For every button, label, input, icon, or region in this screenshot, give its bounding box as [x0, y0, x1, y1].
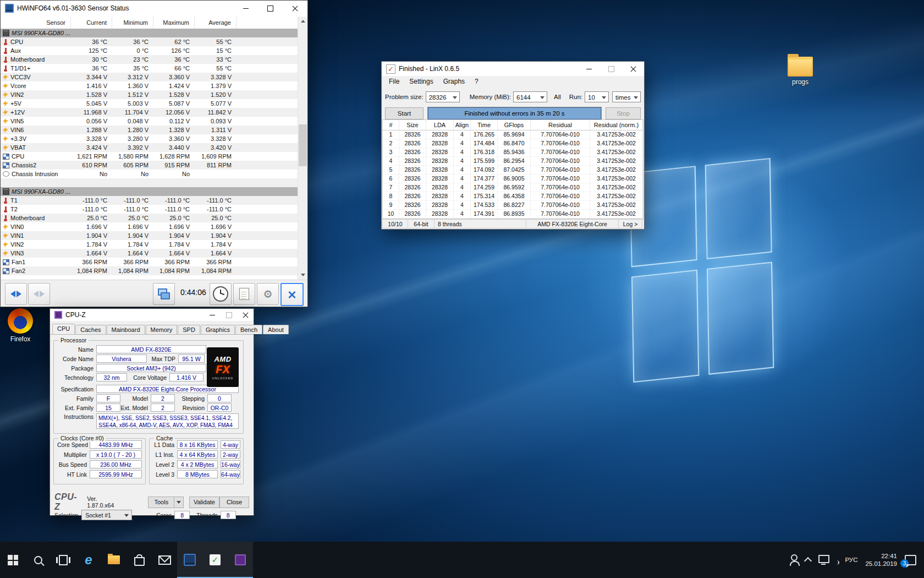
sensor-row[interactable]: Chassis Intrusion No No No	[1, 170, 298, 178]
run-unit-select[interactable]: times	[612, 91, 641, 102]
tab[interactable]: Caches	[75, 325, 106, 334]
sensor-row[interactable]: +12V 11.968 V 11.704 V 12.056 V 11.842 V	[1, 108, 298, 117]
search-button[interactable]	[25, 542, 51, 578]
run-count-select[interactable]: 10	[585, 91, 609, 102]
maximize-button[interactable]	[258, 1, 283, 16]
sensor-row[interactable]: CPU 1,621 RPM 1,580 RPM 1,628 RPM 1,609 …	[1, 152, 298, 161]
sensor-row[interactable]: CPU 36 °C 36 °C 62 °C 55 °C	[1, 37, 298, 46]
report-button[interactable]	[233, 283, 255, 305]
menu-item[interactable]: ?	[470, 76, 483, 88]
result-row[interactable]: 2 28326 28328 4 174.484 86.8470 7.707064…	[383, 139, 643, 148]
result-row[interactable]: 9 28326 28328 4 174.533 86.8227 7.707064…	[383, 201, 643, 210]
sensor-row[interactable]: VIN2 1.528 V 1.512 V 1.528 V 1.520 V	[1, 90, 298, 99]
vertical-scrollbar[interactable]	[298, 17, 307, 280]
sensor-row[interactable]: VIN0 1.696 V 1.696 V 1.696 V 1.696 V	[1, 222, 298, 231]
store-button[interactable]	[127, 542, 152, 578]
sensor-row[interactable]: Chassis2 610 RPM 605 RPM 915 RPM 811 RPM	[1, 161, 298, 170]
cpuz-titlebar[interactable]: CPU-Z	[50, 309, 254, 321]
result-row[interactable]: 3 28326 28328 4 176.318 85.9436 7.707064…	[383, 148, 643, 157]
sensor-row[interactable]: VIN6 1.288 V 1.280 V 1.328 V 1.311 V	[1, 126, 298, 134]
sensor-row[interactable]: VIN3 1.664 V 1.664 V 1.664 V 1.664 V	[1, 249, 298, 258]
result-row[interactable]: 1 28326 28328 4 176.265 85.9694 7.707064…	[383, 130, 643, 139]
result-row[interactable]: 7 28326 28328 4 174.259 86.9592 7.707064…	[383, 183, 643, 192]
sensor-row[interactable]: Motherboard 25.0 °C 25.0 °C 25.0 °C 25.0…	[1, 214, 298, 222]
clock-button[interactable]	[210, 283, 232, 305]
tab[interactable]: Mainboard	[107, 325, 145, 334]
column-header[interactable]: Residual	[531, 120, 590, 130]
column-header[interactable]: Align	[454, 120, 471, 130]
sensor-row[interactable]	[1, 178, 298, 187]
column-header[interactable]: Average	[195, 17, 237, 29]
sensor-row[interactable]: VBAT 3.424 V 3.392 V 3.440 V 3.420 V	[1, 143, 298, 152]
result-row[interactable]: 6 28326 28328 4 174.377 86.9005 7.707064…	[383, 175, 643, 183]
hwinfo-titlebar[interactable]: HWiNFO64 v6.01-3630 Sensor Status	[1, 1, 307, 16]
tab[interactable]: Memory	[146, 325, 178, 334]
clock-widget[interactable]: 22:41 25.01.2019	[865, 552, 897, 568]
column-header[interactable]: Current	[71, 17, 112, 29]
column-header[interactable]: #	[383, 120, 399, 130]
validate-button[interactable]: Validate	[189, 497, 220, 508]
scroll-down-button[interactable]	[298, 270, 307, 280]
maximize-button[interactable]	[221, 309, 237, 321]
column-header[interactable]: Time	[471, 120, 498, 130]
people-icon[interactable]	[791, 554, 798, 561]
sensor-row[interactable]: Fan2 1,084 RPM 1,084 RPM 1,084 RPM 1,084…	[1, 266, 298, 275]
network-icon[interactable]	[818, 555, 829, 563]
tab[interactable]: Bench	[235, 325, 262, 334]
start-button[interactable]	[0, 542, 25, 578]
sensor-row[interactable]: VIN1 1.904 V 1.904 V 1.904 V 1.904 V	[1, 231, 298, 240]
column-header[interactable]: LDA	[426, 120, 454, 130]
sensor-row[interactable]: MSI 990FXA-GD80 ...	[1, 29, 298, 37]
hidden-icons-chevron[interactable]	[804, 557, 812, 564]
tab[interactable]: About	[263, 325, 289, 334]
menu-item[interactable]: Settings	[404, 76, 438, 88]
result-row[interactable]: 4 28326 28328 4 175.599 86.2954 7.707064…	[383, 157, 643, 166]
sensor-row[interactable]: VCC3V 3.344 V 3.312 V 3.360 V 3.328 V	[1, 73, 298, 81]
scroll-up-button[interactable]	[298, 17, 307, 26]
column-header[interactable]: Residual (norm.)	[590, 120, 643, 130]
sensor-row[interactable]: +5V 5.045 V 5.003 V 5.087 V 5.077 V	[1, 99, 298, 108]
minimize-button[interactable]	[233, 1, 258, 16]
menu-item[interactable]: Graphs	[438, 76, 470, 88]
desktop-icon-progs[interactable]: progs	[780, 57, 821, 86]
close-sensors-button[interactable]	[280, 283, 304, 306]
column-header[interactable]: Sensor	[1, 17, 71, 29]
remote-monitoring-button[interactable]	[153, 283, 175, 305]
linx-taskbar-button[interactable]: ✓	[202, 542, 228, 578]
column-header[interactable]: Size	[399, 120, 426, 130]
minimize-button[interactable]	[204, 309, 221, 321]
sensor-row[interactable]: T2 -111.0 °C -111.0 °C -111.0 °C -111.0 …	[1, 205, 298, 214]
problem-size-select[interactable]: 28326	[426, 91, 460, 102]
sensor-row[interactable]: Motherboard 30 °C 23 °C 36 °C 33 °C	[1, 55, 298, 64]
file-explorer-button[interactable]	[101, 542, 127, 578]
memory-select[interactable]: 6144	[513, 91, 547, 102]
sensor-row[interactable]: Vcore 1.416 V 1.360 V 1.424 V 1.379 V	[1, 81, 298, 90]
sensor-row[interactable]: Fan1 366 RPM 366 RPM 366 RPM 366 RPM	[1, 258, 298, 266]
action-center-button[interactable]: 3	[905, 555, 916, 565]
scrollbar-thumb[interactable]	[299, 124, 307, 166]
close-button[interactable]	[283, 1, 307, 16]
nav-arrows-disabled-button[interactable]	[28, 283, 50, 305]
tab[interactable]: CPU	[52, 324, 75, 334]
start-button[interactable]: Start	[385, 107, 424, 119]
sensor-row[interactable]: T1 -111.0 °C -111.0 °C -111.0 °C -111.0 …	[1, 196, 298, 205]
nav-arrows-button[interactable]	[5, 283, 27, 305]
stop-button[interactable]: Stop	[606, 107, 641, 119]
sensor-row[interactable]: +3.3V 3.328 V 3.280 V 3.360 V 3.328 V	[1, 134, 298, 143]
close-button[interactable]	[622, 62, 644, 76]
sensor-row[interactable]: VIN2 1.784 V 1.784 V 1.784 V 1.784 V	[1, 240, 298, 249]
mail-button[interactable]	[152, 542, 177, 578]
sensor-row[interactable]: VIN5 0.056 V 0.048 V 0.112 V 0.093 V	[1, 117, 298, 126]
tab[interactable]: SPD	[178, 325, 200, 334]
desktop-icon-firefox[interactable]: Firefox	[0, 308, 41, 343]
tools-button[interactable]: Tools	[148, 497, 174, 508]
cpuz-taskbar-button[interactable]	[228, 542, 253, 578]
minimize-button[interactable]	[578, 62, 600, 76]
language-indicator[interactable]: РУС	[845, 557, 857, 563]
column-header[interactable]: Minimum	[112, 17, 153, 29]
column-header[interactable]: Maximum	[153, 17, 195, 29]
maximize-button[interactable]	[600, 62, 622, 76]
task-view-button[interactable]	[51, 542, 76, 578]
linx-titlebar[interactable]: ✓ Finished - LinX 0.6.5	[382, 62, 644, 76]
settings-button[interactable]: ⚙	[257, 283, 279, 305]
